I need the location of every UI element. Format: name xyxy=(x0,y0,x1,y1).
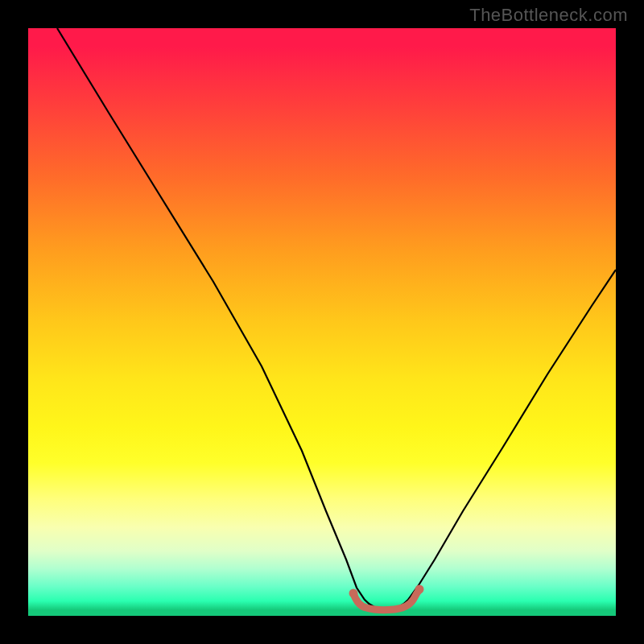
chart-svg xyxy=(28,28,616,616)
flat-marker-band xyxy=(353,589,419,610)
bottleneck-curve xyxy=(57,28,616,609)
watermark-text: TheBottleneck.com xyxy=(469,5,628,26)
marker-dot-left xyxy=(349,589,358,598)
marker-dot-right xyxy=(415,585,424,594)
plot-area xyxy=(28,28,616,616)
